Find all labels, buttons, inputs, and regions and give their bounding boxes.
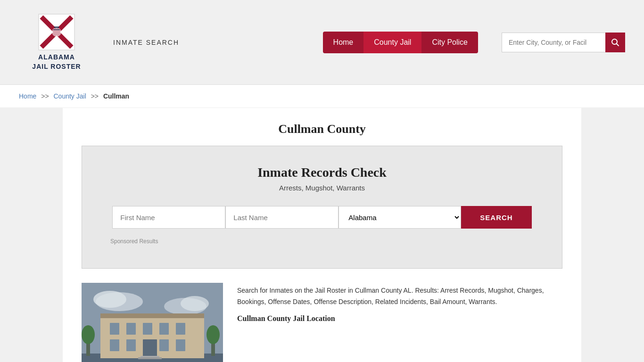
breadcrumb-home[interactable]: Home xyxy=(19,92,36,100)
main-nav: Home County Jail City Police xyxy=(323,32,478,53)
building-image xyxy=(82,283,223,362)
svg-rect-24 xyxy=(143,339,157,358)
records-check-box: Inmate Records Check Arrests, Mugshot, W… xyxy=(82,146,562,269)
records-check-subheading: Arrests, Mugshot, Warrants xyxy=(96,184,548,192)
svg-rect-27 xyxy=(138,357,162,359)
nav-county-jail-button[interactable]: County Jail xyxy=(363,32,421,53)
svg-point-29 xyxy=(82,325,95,344)
svg-point-10 xyxy=(93,291,126,308)
svg-line-7 xyxy=(617,43,619,46)
header-search-button[interactable] xyxy=(605,33,625,52)
page-title: Cullman County xyxy=(82,108,562,146)
svg-rect-5 xyxy=(53,29,60,30)
breadcrumb-current: Cullman xyxy=(103,92,129,100)
svg-rect-15 xyxy=(110,323,119,335)
state-select[interactable]: AlabamaAlaskaArizonaArkansasCaliforniaCo… xyxy=(339,206,461,229)
svg-point-12 xyxy=(181,296,209,311)
logo-icon xyxy=(38,13,75,51)
svg-rect-16 xyxy=(126,323,136,335)
bottom-section: Search for Inmates on the Jail Roster in… xyxy=(82,283,562,362)
breadcrumb-separator-1: >> xyxy=(41,92,49,100)
search-submit-button[interactable]: SEARCH xyxy=(461,206,531,229)
first-name-input[interactable] xyxy=(112,206,225,229)
header: ALABAMA JAIL ROSTER INMATE SEARCH Home C… xyxy=(0,0,644,85)
description-text: Search for Inmates on the Jail Roster in… xyxy=(237,283,562,308)
breadcrumb: Home >> County Jail >> Cullman xyxy=(19,92,625,100)
svg-rect-17 xyxy=(143,323,152,335)
description-subheading: Cullman County Jail Location xyxy=(237,314,562,323)
logo-text: ALABAMA JAIL ROSTER xyxy=(32,53,81,71)
inmate-search-label: INMATE SEARCH xyxy=(113,39,179,46)
svg-rect-20 xyxy=(110,339,119,351)
header-search-input[interactable] xyxy=(502,33,605,52)
svg-point-31 xyxy=(206,325,220,344)
search-icon xyxy=(611,38,619,47)
svg-rect-19 xyxy=(176,323,185,335)
records-search-form: AlabamaAlaskaArizonaArkansasCaliforniaCo… xyxy=(96,206,548,229)
svg-rect-4 xyxy=(54,26,59,28)
breadcrumb-bar: Home >> County Jail >> Cullman xyxy=(0,85,644,108)
svg-rect-23 xyxy=(176,339,185,351)
breadcrumb-county-jail[interactable]: County Jail xyxy=(54,92,86,100)
svg-rect-21 xyxy=(126,339,136,351)
sponsored-label: Sponsored Results xyxy=(96,238,548,245)
last-name-input[interactable] xyxy=(225,206,339,229)
svg-rect-25 xyxy=(100,313,204,318)
logo-area: ALABAMA JAIL ROSTER xyxy=(19,13,94,71)
svg-rect-18 xyxy=(159,323,169,335)
main-content: Cullman County Inmate Records Check Arre… xyxy=(63,108,581,362)
nav-city-police-button[interactable]: City Police xyxy=(421,32,478,53)
svg-point-3 xyxy=(52,27,61,37)
nav-home-button[interactable]: Home xyxy=(323,32,364,53)
breadcrumb-separator-2: >> xyxy=(91,92,99,100)
svg-rect-22 xyxy=(159,339,169,351)
description-area: Search for Inmates on the Jail Roster in… xyxy=(237,283,562,362)
header-search-area xyxy=(502,33,625,52)
records-check-heading: Inmate Records Check xyxy=(96,165,548,180)
